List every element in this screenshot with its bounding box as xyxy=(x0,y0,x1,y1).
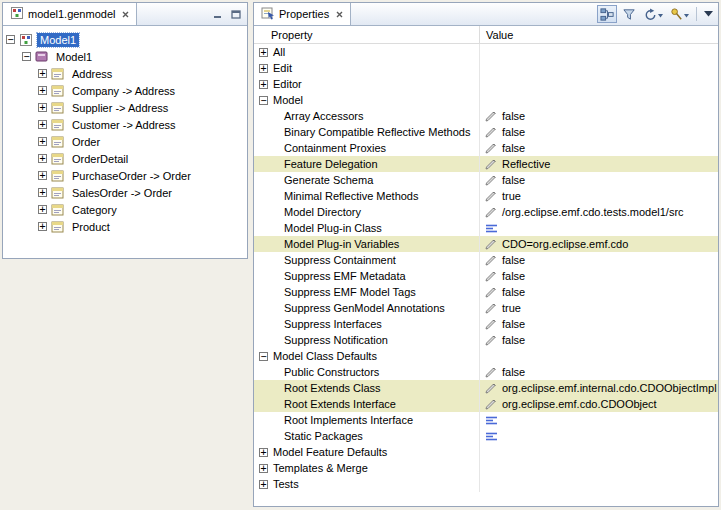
tree-item[interactable]: +Company -> Address xyxy=(3,82,247,99)
tree-expander-icon[interactable]: + xyxy=(38,120,47,129)
property-value-cell[interactable] xyxy=(480,460,718,476)
property-category-row[interactable]: +All xyxy=(254,44,718,60)
property-value-cell[interactable]: false xyxy=(480,364,718,380)
tree-expander-icon[interactable]: − xyxy=(6,35,15,44)
category-expander-icon[interactable]: − xyxy=(259,96,268,105)
property-value-cell[interactable] xyxy=(480,348,718,364)
property-value-cell[interactable]: false xyxy=(480,316,718,332)
category-expander-icon[interactable]: + xyxy=(259,48,268,57)
property-row[interactable]: Suppress EMF Metadatafalse xyxy=(254,268,718,284)
category-expander-icon[interactable]: + xyxy=(259,464,268,473)
property-row[interactable]: Suppress Notificationfalse xyxy=(254,332,718,348)
restore-default-value-icon[interactable] xyxy=(641,5,665,23)
close-icon[interactable] xyxy=(336,11,343,18)
category-expander-icon[interactable]: + xyxy=(259,480,268,489)
pin-view-icon[interactable] xyxy=(667,5,691,23)
property-category-row[interactable]: +Tests xyxy=(254,476,718,492)
maximize-button[interactable] xyxy=(228,7,243,22)
property-value-cell[interactable] xyxy=(480,44,718,60)
property-value-cell[interactable]: false xyxy=(480,172,718,188)
property-value-cell[interactable]: true xyxy=(480,188,718,204)
tree-expander-icon[interactable]: − xyxy=(22,52,31,61)
tree-item[interactable]: +Category xyxy=(3,201,247,218)
property-row[interactable]: Suppress GenModel Annotationstrue xyxy=(254,300,718,316)
tree-expander-icon[interactable]: + xyxy=(38,154,47,163)
property-value-cell[interactable]: false xyxy=(480,124,718,140)
property-row[interactable]: Suppress Interfacesfalse xyxy=(254,316,718,332)
property-value-cell[interactable] xyxy=(480,412,718,428)
property-row[interactable]: Generate Schemafalse xyxy=(254,172,718,188)
property-row[interactable]: Feature DelegationReflective xyxy=(254,156,718,172)
property-row[interactable]: Public Constructorsfalse xyxy=(254,364,718,380)
property-value-cell[interactable]: false xyxy=(480,140,718,156)
minimize-button[interactable] xyxy=(210,7,225,22)
property-row[interactable]: Binary Compatible Reflective Methodsfals… xyxy=(254,124,718,140)
property-value-cell[interactable]: org.eclipse.emf.cdo.CDOObject xyxy=(480,396,718,412)
tree-item[interactable]: +Order xyxy=(3,133,247,150)
property-row[interactable]: Containment Proxiesfalse xyxy=(254,140,718,156)
tab-model1-genmodel[interactable]: model1.genmodel xyxy=(3,3,137,25)
property-value-cell[interactable]: true xyxy=(480,300,718,316)
property-value-cell[interactable] xyxy=(480,428,718,444)
tab-properties[interactable]: Properties xyxy=(254,3,351,25)
property-row[interactable]: Root Implements Interface xyxy=(254,412,718,428)
property-value-cell[interactable]: false xyxy=(480,332,718,348)
category-expander-icon[interactable]: + xyxy=(259,64,268,73)
tree-item[interactable]: +Address xyxy=(3,65,247,82)
property-row[interactable]: Array Accessorsfalse xyxy=(254,108,718,124)
tree-expander-icon[interactable]: + xyxy=(38,205,47,214)
property-value-cell[interactable] xyxy=(480,60,718,76)
property-value-cell[interactable]: false xyxy=(480,284,718,300)
close-icon[interactable] xyxy=(122,11,129,18)
property-value-cell[interactable]: CDO=org.eclipse.emf.cdo xyxy=(480,236,718,252)
property-row[interactable]: Suppress EMF Model Tagsfalse xyxy=(254,284,718,300)
category-expander-icon[interactable]: − xyxy=(259,352,268,361)
property-value-cell[interactable]: false xyxy=(480,108,718,124)
tree-item[interactable]: +OrderDetail xyxy=(3,150,247,167)
tree-expander-icon[interactable]: + xyxy=(38,69,47,78)
property-row[interactable]: Minimal Reflective Methodstrue xyxy=(254,188,718,204)
tree-item[interactable]: −Model1 xyxy=(3,48,247,65)
tree-expander-icon[interactable]: + xyxy=(38,137,47,146)
tree-item[interactable]: +PurchaseOrder -> Order xyxy=(3,167,247,184)
tree-item[interactable]: +Customer -> Address xyxy=(3,116,247,133)
tree-item[interactable]: +Supplier -> Address xyxy=(3,99,247,116)
property-category-row[interactable]: +Templates & Merge xyxy=(254,460,718,476)
property-value-cell[interactable] xyxy=(480,220,718,236)
property-value-cell[interactable] xyxy=(480,92,718,108)
tree-expander-icon[interactable]: + xyxy=(38,188,47,197)
property-row[interactable]: Model Plug-in Class xyxy=(254,220,718,236)
property-category-row[interactable]: −Model Class Defaults xyxy=(254,348,718,364)
property-row[interactable]: Model Plug-in VariablesCDO=org.eclipse.e… xyxy=(254,236,718,252)
tree-item[interactable]: +Product xyxy=(3,218,247,235)
property-row[interactable]: Static Packages xyxy=(254,428,718,444)
show-categories-icon[interactable] xyxy=(597,5,617,23)
show-advanced-properties-icon[interactable] xyxy=(619,5,639,23)
tree-expander-icon[interactable]: + xyxy=(38,171,47,180)
property-row[interactable]: Model Directory/org.eclipse.emf.cdo.test… xyxy=(254,204,718,220)
tree-item[interactable]: −Model1 xyxy=(3,31,247,48)
property-category-row[interactable]: +Editor xyxy=(254,76,718,92)
writable-icon xyxy=(485,255,498,266)
property-value-cell[interactable]: Reflective xyxy=(480,156,718,172)
property-value-cell[interactable]: false xyxy=(480,268,718,284)
tree-expander-icon[interactable]: + xyxy=(38,222,47,231)
category-expander-icon[interactable]: + xyxy=(259,80,268,89)
property-value-cell[interactable]: org.eclipse.emf.internal.cdo.CDOObjectIm… xyxy=(480,380,718,396)
property-row[interactable]: Suppress Containmentfalse xyxy=(254,252,718,268)
property-category-row[interactable]: +Edit xyxy=(254,60,718,76)
tree-item[interactable]: +SalesOrder -> Order xyxy=(3,184,247,201)
property-value-cell[interactable]: /org.eclipse.emf.cdo.tests.model1/src xyxy=(480,204,718,220)
property-category-row[interactable]: −Model xyxy=(254,92,718,108)
property-category-row[interactable]: +Model Feature Defaults xyxy=(254,444,718,460)
tree-expander-icon[interactable]: + xyxy=(38,103,47,112)
property-row[interactable]: Root Extends Interfaceorg.eclipse.emf.cd… xyxy=(254,396,718,412)
property-row[interactable]: Root Extends Classorg.eclipse.emf.intern… xyxy=(254,380,718,396)
category-expander-icon[interactable]: + xyxy=(259,448,268,457)
property-value-cell[interactable] xyxy=(480,476,718,492)
tree-expander-icon[interactable]: + xyxy=(38,86,47,95)
property-value-cell[interactable] xyxy=(480,76,718,92)
view-menu-icon[interactable] xyxy=(702,5,715,23)
property-value-cell[interactable]: false xyxy=(480,252,718,268)
property-value-cell[interactable] xyxy=(480,444,718,460)
